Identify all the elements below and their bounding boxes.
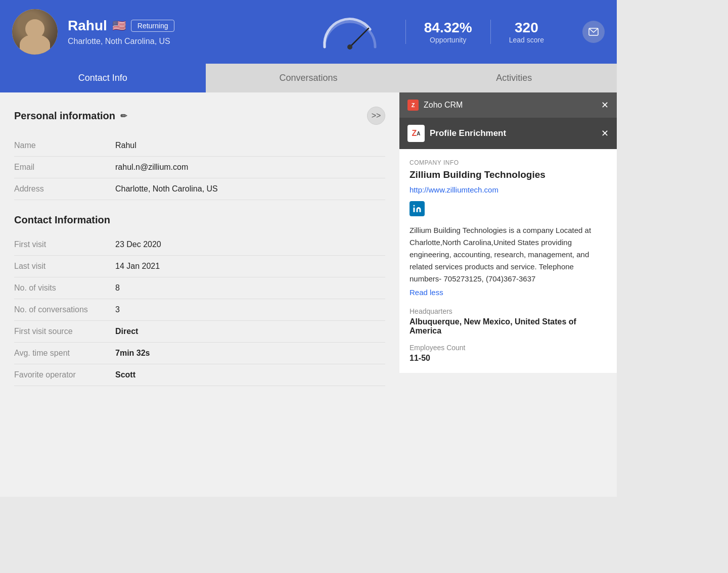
header-name-row: Rahul 🇺🇸 Returning [68,18,294,34]
enrichment-header-left: ZA Profile Enrichment [407,125,506,142]
favorite-operator-value: Scott [115,370,135,379]
personal-name-value: Rahul [115,141,136,150]
main-content: Personal information ✏ >> Name Rahul Ema… [0,92,617,497]
lead-score-value: 320 [509,20,544,36]
tab-conversations[interactable]: Conversations [206,64,412,92]
svg-point-1 [347,44,352,50]
left-panel: Personal information ✏ >> Name Rahul Ema… [0,92,399,497]
zoho-icon: Z [407,100,419,111]
enrichment-close-button[interactable]: ✕ [601,128,609,139]
svg-point-4 [414,205,415,207]
gauge-svg [320,14,380,50]
expand-button[interactable]: >> [367,107,385,125]
svg-rect-3 [414,208,415,212]
last-visit-row: Last visit 14 Jan 2021 [14,256,385,277]
zoho-crm-panel: Z Zoho CRM ✕ ZA Profile Enrichment ✕ COM… [399,92,617,497]
num-conversations-value: 3 [115,305,120,314]
num-visits-row: No. of visits 8 [14,277,385,299]
opportunity-value: 84.32% [424,20,472,36]
zoho-panel-title: Zoho CRM [424,101,463,110]
personal-info-fields: Name Rahul Email rahul.n@zillium.com Add… [14,135,385,200]
first-visit-row: First visit 23 Dec 2020 [14,234,385,256]
personal-info-header: Personal information ✏ >> [14,107,385,125]
avg-time-value: 7min 32s [115,349,150,358]
svg-line-0 [350,28,369,47]
contact-info-fields: First visit 23 Dec 2020 Last visit 14 Ja… [14,234,385,386]
avatar-image [12,9,58,55]
contact-location: Charlotte, Noth Carolina, US [68,37,294,46]
mail-button[interactable] [582,21,605,43]
tab-contact-info[interactable]: Contact Info [0,64,206,92]
header-stats: 84.32% Opportunity 320 Lead score [405,20,562,44]
gauge-container [304,14,395,50]
lead-score-stat: 320 Lead score [490,20,562,44]
personal-address-value: Charlotte, Noth Carolina, US [115,184,218,194]
company-description: Zillium Building Technologies is a compa… [410,224,607,285]
zoho-header: Z Zoho CRM ✕ [399,92,617,118]
company-url[interactable]: http://www.zilliumtech.com [410,185,607,194]
enrichment-header: ZA Profile Enrichment ✕ [399,118,617,149]
personal-email-value: rahul.n@zillium.com [115,163,188,172]
company-name: Zillium Building Technologies [410,169,607,180]
opportunity-stat: 84.32% Opportunity [405,20,490,44]
employees-count-label: Employees Count [410,344,607,352]
avatar [12,9,58,55]
flag-icon: 🇺🇸 [112,19,126,32]
first-visit-source-row: First visit source Direct [14,321,385,343]
opportunity-label: Opportunity [424,36,472,44]
tab-activities[interactable]: Activities [411,64,617,92]
num-visits-value: 8 [115,283,120,293]
read-less-button[interactable]: Read less [410,288,443,297]
header: Rahul 🇺🇸 Returning Charlotte, Noth Carol… [0,0,617,64]
contact-info-title: Contact Information [14,214,385,226]
personal-info-email-row: Email rahul.n@zillium.com [14,157,385,178]
header-info: Rahul 🇺🇸 Returning Charlotte, Noth Carol… [68,18,294,46]
num-conversations-row: No. of conversations 3 [14,299,385,321]
personal-info-name-row: Name Rahul [14,135,385,157]
linkedin-icon[interactable] [410,201,425,216]
enrichment-body: COMPANY INFO Zillium Building Technologi… [399,149,617,373]
zoho-header-left: Z Zoho CRM [407,100,463,111]
first-visit-source-value: Direct [115,327,138,336]
enrichment-icon: ZA [407,125,425,142]
hq-label: Headquarters [410,307,607,315]
edit-icon[interactable]: ✏ [120,111,127,121]
hq-value: Albuquerque, New Mexico, United States o… [410,317,607,336]
first-visit-value: 23 Dec 2020 [115,240,161,249]
company-info-label: COMPANY INFO [410,159,607,166]
favorite-operator-row: Favorite operator Scott [14,364,385,386]
avg-time-row: Avg. time spent 7min 32s [14,343,385,364]
personal-info-address-row: Address Charlotte, Noth Carolina, US [14,178,385,200]
enrichment-title: Profile Enrichment [430,128,506,138]
tabs-bar: Contact Info Conversations Activities [0,64,617,92]
employees-count-value: 11-50 [410,354,607,363]
lead-score-label: Lead score [509,36,544,44]
personal-info-title: Personal information ✏ [14,110,127,122]
last-visit-value: 14 Jan 2021 [115,262,160,271]
contact-name: Rahul [68,18,107,34]
returning-badge: Returning [131,20,175,32]
zoho-close-button[interactable]: ✕ [601,100,609,111]
